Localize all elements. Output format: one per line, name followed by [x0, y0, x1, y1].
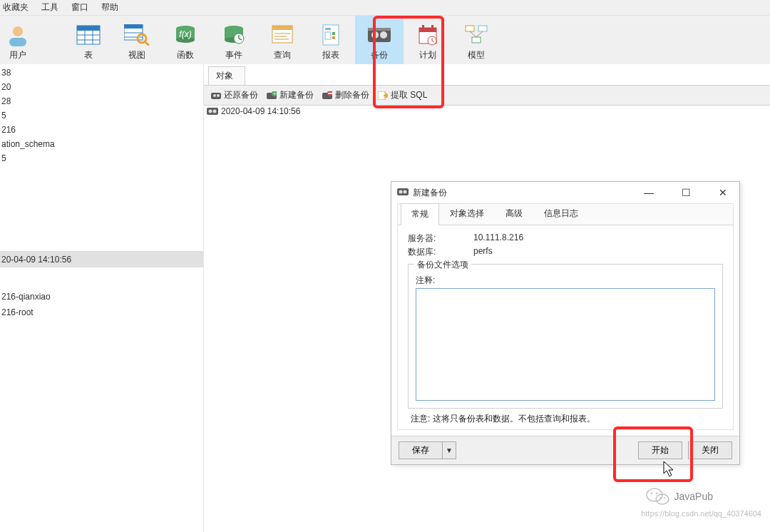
tab-object-select[interactable]: 对象选择: [439, 203, 495, 225]
ribbon-model-label: 模型: [468, 49, 485, 61]
ribbon-view[interactable]: 视图: [113, 16, 161, 64]
backup-item-label: 2020-04-09 14:10:56: [221, 106, 300, 116]
tree-item[interactable]: 5: [0, 151, 203, 165]
svg-rect-45: [466, 26, 474, 31]
delete-backup-button[interactable]: 删除备份: [319, 88, 372, 103]
ribbon-model[interactable]: 模型: [452, 16, 500, 64]
svg-rect-30: [325, 28, 331, 30]
ribbon-backup[interactable]: 备份: [355, 16, 404, 64]
svg-rect-63: [397, 188, 409, 195]
svg-rect-3: [77, 26, 100, 31]
tree-item[interactable]: 5: [0, 108, 203, 123]
svg-point-61: [209, 110, 212, 113]
ribbon-function[interactable]: f(x) 函数: [161, 16, 210, 64]
minimize-button[interactable]: —: [632, 182, 665, 203]
query-icon: [270, 22, 295, 48]
svg-rect-60: [207, 108, 218, 115]
svg-point-36: [380, 31, 387, 39]
tab-log[interactable]: 信息日志: [533, 203, 589, 225]
save-button[interactable]: 保存: [399, 441, 442, 459]
left-backup-list: 20-04-09 14:10:56: [0, 251, 203, 267]
ribbon-table[interactable]: 表: [64, 16, 113, 64]
restore-backup-label: 还原备份: [224, 89, 258, 101]
restore-backup-button[interactable]: 还原备份: [208, 88, 261, 103]
svg-text:f(x): f(x): [179, 29, 191, 39]
dialog-icon: [397, 188, 409, 198]
backup-item-icon: [207, 107, 218, 116]
ribbon-table-label: 表: [84, 49, 93, 61]
svg-point-65: [404, 190, 407, 194]
backup-file-options-group: 备份文件选项 注释:: [408, 264, 723, 409]
table-icon: [76, 22, 101, 48]
delete-backup-icon: [322, 91, 332, 100]
new-backup-button[interactable]: + 新建备份: [264, 88, 317, 103]
menu-help[interactable]: 帮助: [101, 1, 118, 14]
function-icon: f(x): [173, 22, 198, 48]
report-icon: [318, 22, 344, 48]
save-dropdown-caret[interactable]: ▼: [442, 441, 456, 459]
svg-rect-1: [9, 38, 26, 46]
ribbon-user[interactable]: 用户: [0, 16, 36, 64]
tab-objects[interactable]: 对象: [208, 66, 245, 85]
svg-rect-39: [419, 28, 436, 32]
start-button[interactable]: 开始: [638, 441, 682, 459]
tab-advanced[interactable]: 高级: [495, 203, 533, 225]
menu-tools[interactable]: 工具: [41, 1, 58, 14]
note-text: 注意: 这将只备份表和数据。不包括查询和报表。: [408, 409, 723, 426]
comment-textarea[interactable]: [416, 288, 715, 401]
left-connection-item[interactable]: 216-root: [0, 305, 203, 320]
save-split-button[interactable]: 保存 ▼: [399, 441, 456, 459]
svg-point-52: [217, 94, 220, 97]
group-legend: 备份文件选项: [414, 259, 471, 271]
ribbon-schedule[interactable]: 计划: [404, 16, 452, 64]
ribbon-event-label: 事件: [225, 49, 242, 61]
ribbon-query-label: 查询: [274, 49, 291, 61]
svg-rect-25: [272, 26, 292, 30]
event-icon: [221, 22, 247, 48]
menu-window[interactable]: 窗口: [71, 1, 88, 14]
ribbon-event[interactable]: 事件: [210, 16, 258, 64]
view-icon: [124, 22, 150, 48]
menu-favorites[interactable]: 收藏夹: [3, 1, 29, 14]
tab-general[interactable]: 常规: [401, 203, 439, 225]
backup-list-item[interactable]: 2020-04-09 14:10:56: [204, 106, 770, 117]
close-window-button[interactable]: ✕: [707, 182, 739, 203]
db-tree[interactable]: 38 20 28 5 216 ation_schema 5: [0, 64, 203, 165]
ribbon-view-label: 视图: [128, 49, 145, 61]
restore-icon: [211, 91, 221, 100]
maximize-button[interactable]: ☐: [669, 182, 702, 203]
extract-sql-icon: [378, 91, 388, 100]
ribbon-query[interactable]: 查询: [258, 16, 307, 64]
svg-point-35: [371, 31, 379, 39]
extract-sql-button[interactable]: 提取 SQL: [375, 88, 430, 103]
ribbon-report[interactable]: 报表: [307, 16, 355, 64]
comment-label: 注释:: [416, 275, 715, 287]
server-value: 10.111.8.216: [473, 232, 523, 245]
tree-item[interactable]: 20: [0, 80, 203, 94]
tree-item[interactable]: 28: [0, 94, 203, 108]
schedule-icon: [415, 22, 441, 48]
svg-rect-41: [431, 25, 433, 29]
svg-point-51: [213, 94, 216, 97]
svg-rect-32: [332, 36, 335, 39]
left-connection-item[interactable]: 216-qianxiao: [0, 289, 203, 305]
svg-text:+: +: [273, 91, 276, 96]
ribbon-function-label: 函数: [177, 49, 194, 61]
svg-rect-37: [368, 28, 391, 31]
tree-item[interactable]: ation_schema: [0, 137, 203, 151]
close-button[interactable]: 关闭: [688, 441, 732, 459]
svg-rect-46: [478, 26, 487, 31]
svg-rect-9: [124, 24, 143, 29]
database-label: 数据库:: [408, 246, 473, 258]
ribbon-user-label: 用户: [9, 49, 26, 61]
tree-item[interactable]: 38: [0, 66, 203, 80]
server-label: 服务器:: [408, 232, 473, 245]
delete-backup-label: 删除备份: [335, 89, 369, 101]
svg-rect-58: [328, 93, 332, 94]
left-backup-item[interactable]: 20-04-09 14:10:56: [0, 252, 203, 267]
model-icon: [463, 22, 489, 48]
tree-item[interactable]: 216: [0, 123, 203, 137]
svg-line-49: [476, 31, 483, 37]
ribbon-report-label: 报表: [322, 49, 339, 61]
new-backup-label: 新建备份: [279, 89, 314, 101]
